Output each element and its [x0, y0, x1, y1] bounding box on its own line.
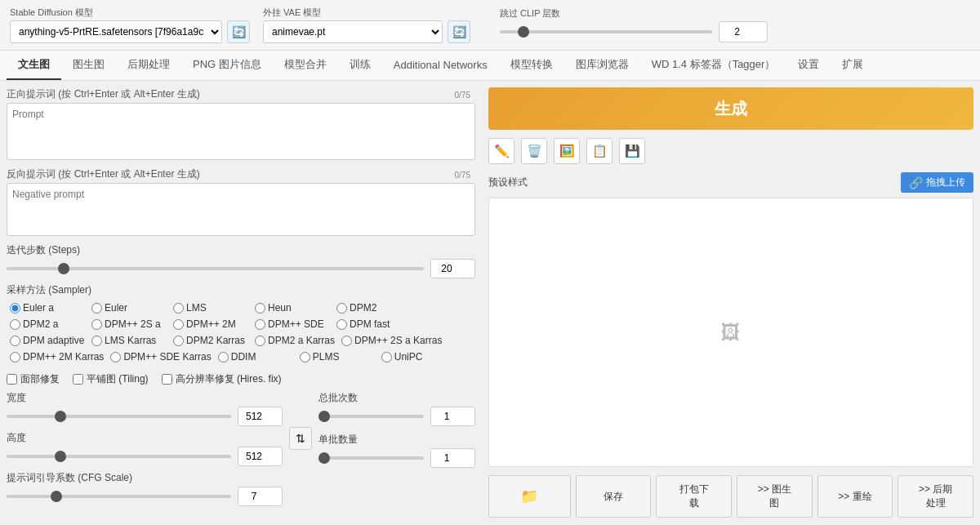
sampler-dpmpp2sa[interactable]: DPM++ 2S a	[88, 317, 170, 331]
download-btn[interactable]: 打包下载	[656, 475, 732, 518]
tab-train[interactable]: 训练	[338, 51, 382, 80]
tab-settings[interactable]: 设置	[786, 51, 831, 80]
to-img2img-btn[interactable]: >> 图生图	[737, 475, 813, 518]
canvas-placeholder: 🖼	[721, 321, 741, 344]
batch-section: 总批次数 单批数量	[318, 391, 475, 468]
canvas-area: 🖼	[488, 198, 973, 467]
checkboxes-row: 面部修复 平铺图 (Tiling) 高分辨率修复 (Hires. fix)	[7, 372, 475, 386]
cfg-slider[interactable]	[7, 495, 231, 498]
sampler-dpmadaptive[interactable]: DPM adaptive	[7, 333, 88, 348]
sampler-dpmpp2m[interactable]: DPM++ 2M	[170, 317, 252, 331]
positive-prompt-input[interactable]	[7, 103, 475, 160]
clip-label: 跳过 CLIP 层数	[500, 7, 768, 20]
clip-slider[interactable]	[500, 30, 712, 33]
tab-additional-networks[interactable]: Additional Networks	[382, 52, 499, 79]
width-col: 宽度 高度 提示词引导系数 (CFG Scale)	[7, 391, 283, 506]
height-label: 高度	[7, 431, 283, 445]
sampler-dpm2[interactable]: DPM2	[333, 300, 415, 315]
batch-count-slider[interactable]	[318, 415, 424, 418]
action-icons-row: ✏️ 🗑️ 🖼️ 📋 💾	[488, 138, 973, 164]
folder-btn[interactable]: 📁	[488, 475, 571, 518]
sampler-section: 采样方法 (Sampler) Euler a Euler LMS Heun DP…	[7, 283, 475, 364]
batch-size-slider[interactable]	[318, 456, 424, 460]
clip-section: 跳过 CLIP 层数	[500, 7, 768, 42]
steps-label: 迭代步数 (Steps)	[7, 243, 475, 257]
top-bar: Stable Diffusion 模型 anything-v5-PrtRE.sa…	[0, 0, 980, 51]
sampler-unipc[interactable]: UniPC	[378, 349, 460, 364]
left-panel: 正向提示词 (按 Ctrl+Enter 或 Alt+Enter 生成) 0/75…	[0, 81, 482, 524]
sampler-dpmpp2sakarras[interactable]: DPM++ 2S a Karras	[338, 333, 445, 348]
post-process-btn[interactable]: >> 后期处理	[898, 475, 973, 518]
sampler-lms[interactable]: LMS	[170, 300, 252, 315]
image-icon-btn[interactable]: 🖼️	[554, 138, 580, 164]
tab-tagger[interactable]: WD 1.4 标签器（Tagger）	[640, 51, 787, 80]
right-panel: 生成 ✏️ 🗑️ 🖼️ 📋 💾 预设样式 🔗 拖拽上传 🖼 📁 保存 打包下载 …	[482, 81, 980, 524]
clip-input[interactable]	[719, 21, 768, 42]
vae-select[interactable]: animevae.pt	[263, 20, 443, 43]
sampler-dpmppsdekarras[interactable]: DPM++ SDE Karras	[107, 349, 214, 364]
sampler-heun[interactable]: Heun	[252, 300, 333, 315]
width-slider[interactable]	[7, 415, 231, 418]
size-section: 宽度 高度 提示词引导系数 (CFG Scale)	[7, 391, 475, 506]
model-section: Stable Diffusion 模型 anything-v5-PrtRE.sa…	[10, 7, 250, 43]
hires-check[interactable]: 高分辨率修复 (Hires. fix)	[162, 372, 282, 386]
cfg-input[interactable]	[238, 487, 283, 506]
sampler-dpm2karras[interactable]: DPM2 Karras	[170, 333, 252, 348]
sampler-plms[interactable]: PLMS	[296, 349, 378, 364]
batch-count-label: 总批次数	[318, 391, 475, 405]
vae-label: 外挂 VAE 模型	[263, 7, 470, 19]
tab-model-convert[interactable]: 模型转换	[499, 51, 564, 80]
sampler-dpmfast[interactable]: DPM fast	[333, 317, 415, 331]
steps-section: 迭代步数 (Steps)	[7, 243, 475, 278]
upload-btn[interactable]: 🔗 拖拽上传	[901, 172, 973, 193]
tab-gallery[interactable]: 图库浏览器	[564, 51, 640, 80]
tab-img2img[interactable]: 图生图	[61, 51, 116, 80]
negative-prompt-label: 反向提示词 (按 Ctrl+Enter 或 Alt+Enter 生成)	[7, 167, 475, 181]
delete-icon-btn[interactable]: 🗑️	[521, 138, 547, 164]
sampler-euler[interactable]: Euler	[88, 300, 170, 315]
sampler-ddim[interactable]: DDIM	[215, 349, 296, 364]
sampler-lmskarras[interactable]: LMS Karras	[88, 333, 170, 348]
negative-prompt-area: 反向提示词 (按 Ctrl+Enter 或 Alt+Enter 生成) 0/75	[7, 167, 475, 238]
sampler-dpm2akarras[interactable]: DPM2 a Karras	[252, 333, 338, 348]
face-restore-check[interactable]: 面部修复	[7, 372, 60, 386]
negative-prompt-input[interactable]	[7, 183, 475, 236]
sampler-euler-a[interactable]: Euler a	[7, 300, 88, 315]
sampler-label: 采样方法 (Sampler)	[7, 283, 475, 297]
vae-refresh-btn[interactable]: 🔄	[448, 20, 470, 43]
vae-section: 外挂 VAE 模型 animevae.pt 🔄	[263, 7, 470, 43]
generate-btn[interactable]: 生成	[488, 87, 973, 130]
size-swap-btn[interactable]: ⇅	[289, 427, 312, 450]
width-label: 宽度	[7, 391, 283, 405]
batch-size-label: 单批数量	[318, 433, 475, 447]
tab-txt2img[interactable]: 文生图	[7, 51, 61, 80]
model-refresh-btn[interactable]: 🔄	[227, 20, 250, 43]
edit-icon-btn[interactable]: ✏️	[488, 138, 514, 164]
tab-postprocess[interactable]: 后期处理	[116, 51, 181, 80]
positive-counter: 0/75	[455, 91, 470, 100]
tiling-check[interactable]: 平铺图 (Tiling)	[73, 372, 149, 386]
sampler-dpmppsde[interactable]: DPM++ SDE	[252, 317, 333, 331]
upload-label: 拖拽上传	[926, 176, 965, 189]
height-slider[interactable]	[7, 455, 231, 458]
batch-count-input[interactable]	[430, 407, 475, 426]
tabs-bar: 文生图 图生图 后期处理 PNG 图片信息 模型合并 训练 Additional…	[0, 51, 980, 81]
tab-extensions[interactable]: 扩展	[831, 51, 875, 80]
hires-label: 高分辨率修复 (Hires. fix)	[176, 372, 282, 386]
repaint-btn[interactable]: >> 重绘	[817, 475, 893, 518]
batch-size-input[interactable]	[430, 448, 475, 468]
copy-icon-btn[interactable]: 📋	[586, 138, 612, 164]
sampler-dpm2a[interactable]: DPM2 a	[7, 317, 88, 331]
tab-pnginfo[interactable]: PNG 图片信息	[181, 51, 273, 80]
steps-slider[interactable]	[7, 267, 424, 270]
width-input[interactable]	[238, 407, 283, 426]
tab-merge[interactable]: 模型合并	[273, 51, 338, 80]
height-input[interactable]	[238, 447, 283, 466]
main-area: 正向提示词 (按 Ctrl+Enter 或 Alt+Enter 生成) 0/75…	[0, 81, 980, 524]
model-select[interactable]: anything-v5-PrtRE.safetensors [7f96a1a9c…	[10, 20, 222, 43]
preset-label: 预设样式	[488, 176, 528, 189]
steps-input[interactable]	[430, 259, 475, 278]
save-btn[interactable]: 保存	[576, 475, 652, 518]
save-icon-btn[interactable]: 💾	[619, 138, 645, 164]
sampler-dpmpp2mkarras[interactable]: DPM++ 2M Karras	[7, 349, 107, 364]
